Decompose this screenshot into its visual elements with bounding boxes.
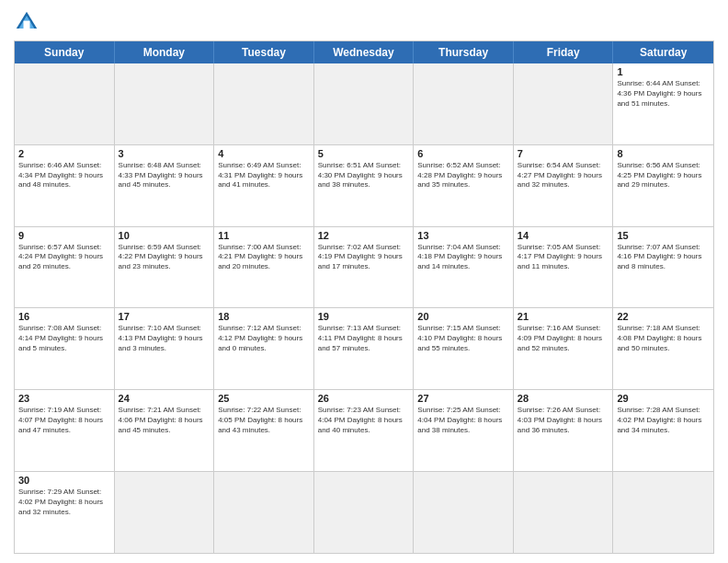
cal-cell: 8Sunrise: 6:56 AM Sunset: 4:25 PM Daylig… [613, 145, 713, 226]
day-number: 28 [518, 393, 609, 404]
cal-cell: 29Sunrise: 7:28 AM Sunset: 4:02 PM Dayli… [613, 390, 713, 471]
day-number: 6 [417, 148, 509, 159]
day-number: 24 [119, 393, 210, 404]
day-info: Sunrise: 7:15 AM Sunset: 4:10 PM Dayligh… [417, 324, 509, 353]
day-number: 7 [518, 148, 609, 159]
cal-cell: 4Sunrise: 6:49 AM Sunset: 4:31 PM Daylig… [214, 145, 314, 226]
cal-cell: 18Sunrise: 7:12 AM Sunset: 4:12 PM Dayli… [214, 308, 314, 389]
cal-week-4: 23Sunrise: 7:19 AM Sunset: 4:07 PM Dayli… [15, 390, 713, 472]
day-number: 11 [218, 230, 310, 241]
cal-cell: 19Sunrise: 7:13 AM Sunset: 4:11 PM Dayli… [314, 308, 415, 389]
day-info: Sunrise: 7:28 AM Sunset: 4:02 PM Dayligh… [617, 406, 710, 435]
cal-cell: 11Sunrise: 7:00 AM Sunset: 4:21 PM Dayli… [214, 227, 314, 308]
day-number: 16 [18, 311, 110, 322]
day-info: Sunrise: 7:25 AM Sunset: 4:04 PM Dayligh… [417, 406, 509, 435]
day-info: Sunrise: 7:07 AM Sunset: 4:16 PM Dayligh… [617, 243, 710, 272]
header [14, 9, 714, 35]
cal-cell: 22Sunrise: 7:18 AM Sunset: 4:08 PM Dayli… [613, 308, 713, 389]
cal-cell: 2Sunrise: 6:46 AM Sunset: 4:34 PM Daylig… [15, 145, 115, 226]
day-number: 21 [518, 311, 609, 322]
cal-week-3: 16Sunrise: 7:08 AM Sunset: 4:14 PM Dayli… [15, 308, 713, 390]
day-info: Sunrise: 7:26 AM Sunset: 4:03 PM Dayligh… [518, 406, 609, 435]
day-info: Sunrise: 7:00 AM Sunset: 4:21 PM Dayligh… [218, 243, 310, 272]
cal-cell [414, 472, 514, 553]
cal-cell: 5Sunrise: 6:51 AM Sunset: 4:30 PM Daylig… [314, 145, 415, 226]
day-number: 18 [218, 311, 310, 322]
cal-cell: 27Sunrise: 7:25 AM Sunset: 4:04 PM Dayli… [414, 390, 514, 471]
day-info: Sunrise: 6:49 AM Sunset: 4:31 PM Dayligh… [218, 161, 310, 190]
day-number: 13 [417, 230, 509, 241]
cal-cell: 16Sunrise: 7:08 AM Sunset: 4:14 PM Dayli… [15, 308, 115, 389]
cal-header-day-sunday: Sunday [15, 41, 115, 63]
day-info: Sunrise: 7:02 AM Sunset: 4:19 PM Dayligh… [318, 243, 410, 272]
cal-cell [613, 472, 713, 553]
cal-cell: 25Sunrise: 7:22 AM Sunset: 4:05 PM Dayli… [214, 390, 314, 471]
calendar-body: 1Sunrise: 6:44 AM Sunset: 4:36 PM Daylig… [15, 63, 713, 553]
cal-cell: 6Sunrise: 6:52 AM Sunset: 4:28 PM Daylig… [414, 145, 514, 226]
logo-icon [14, 9, 40, 35]
day-info: Sunrise: 6:59 AM Sunset: 4:22 PM Dayligh… [119, 243, 210, 272]
cal-cell: 1Sunrise: 6:44 AM Sunset: 4:36 PM Daylig… [613, 63, 713, 144]
day-info: Sunrise: 7:18 AM Sunset: 4:08 PM Dayligh… [617, 324, 710, 353]
cal-header-day-tuesday: Tuesday [214, 41, 314, 63]
day-info: Sunrise: 6:44 AM Sunset: 4:36 PM Dayligh… [617, 79, 710, 109]
day-info: Sunrise: 7:16 AM Sunset: 4:09 PM Dayligh… [518, 324, 609, 353]
cal-cell: 28Sunrise: 7:26 AM Sunset: 4:03 PM Dayli… [514, 390, 614, 471]
cal-cell [414, 63, 514, 144]
day-info: Sunrise: 6:52 AM Sunset: 4:28 PM Dayligh… [417, 161, 509, 190]
cal-header-day-saturday: Saturday [613, 41, 713, 63]
day-info: Sunrise: 7:21 AM Sunset: 4:06 PM Dayligh… [119, 406, 210, 435]
day-number: 14 [518, 230, 609, 241]
day-info: Sunrise: 6:48 AM Sunset: 4:33 PM Dayligh… [119, 161, 210, 190]
day-number: 1 [617, 66, 710, 77]
cal-week-1: 2Sunrise: 6:46 AM Sunset: 4:34 PM Daylig… [15, 145, 713, 227]
cal-header-day-friday: Friday [514, 41, 614, 63]
cal-week-2: 9Sunrise: 6:57 AM Sunset: 4:24 PM Daylig… [15, 227, 713, 309]
day-number: 12 [318, 230, 410, 241]
day-info: Sunrise: 6:51 AM Sunset: 4:30 PM Dayligh… [318, 161, 410, 190]
cal-cell [314, 472, 415, 553]
day-number: 3 [119, 148, 210, 159]
cal-cell: 20Sunrise: 7:15 AM Sunset: 4:10 PM Dayli… [414, 308, 514, 389]
cal-cell: 12Sunrise: 7:02 AM Sunset: 4:19 PM Dayli… [314, 227, 415, 308]
cal-cell [514, 63, 614, 144]
cal-week-5: 30Sunrise: 7:29 AM Sunset: 4:02 PM Dayli… [15, 472, 713, 553]
cal-cell: 17Sunrise: 7:10 AM Sunset: 4:13 PM Dayli… [115, 308, 215, 389]
cal-cell: 15Sunrise: 7:07 AM Sunset: 4:16 PM Dayli… [613, 227, 713, 308]
day-number: 10 [119, 230, 210, 241]
day-number: 5 [318, 148, 410, 159]
cal-cell: 26Sunrise: 7:23 AM Sunset: 4:04 PM Dayli… [314, 390, 415, 471]
page: SundayMondayTuesdayWednesdayThursdayFrid… [0, 0, 728, 563]
logo [14, 9, 43, 35]
calendar: SundayMondayTuesdayWednesdayThursdayFrid… [14, 40, 714, 554]
day-number: 9 [18, 230, 110, 241]
cal-cell [214, 63, 314, 144]
day-info: Sunrise: 7:13 AM Sunset: 4:11 PM Dayligh… [318, 324, 410, 353]
day-number: 20 [417, 311, 509, 322]
cal-cell [214, 472, 314, 553]
cal-cell: 24Sunrise: 7:21 AM Sunset: 4:06 PM Dayli… [115, 390, 215, 471]
cal-cell [514, 472, 614, 553]
day-number: 30 [18, 475, 110, 486]
day-number: 19 [318, 311, 410, 322]
day-number: 22 [617, 311, 710, 322]
cal-cell: 14Sunrise: 7:05 AM Sunset: 4:17 PM Dayli… [514, 227, 614, 308]
day-info: Sunrise: 6:56 AM Sunset: 4:25 PM Dayligh… [617, 161, 710, 190]
day-number: 2 [18, 148, 110, 159]
day-info: Sunrise: 7:19 AM Sunset: 4:07 PM Dayligh… [18, 406, 110, 435]
day-number: 15 [617, 230, 710, 241]
cal-header-day-thursday: Thursday [414, 41, 514, 63]
day-info: Sunrise: 7:29 AM Sunset: 4:02 PM Dayligh… [18, 488, 110, 517]
day-info: Sunrise: 7:12 AM Sunset: 4:12 PM Dayligh… [218, 324, 310, 353]
day-number: 27 [417, 393, 509, 404]
day-number: 8 [617, 148, 710, 159]
day-info: Sunrise: 6:57 AM Sunset: 4:24 PM Dayligh… [18, 243, 110, 272]
day-number: 25 [218, 393, 310, 404]
day-number: 26 [318, 393, 410, 404]
day-info: Sunrise: 6:54 AM Sunset: 4:27 PM Dayligh… [518, 161, 609, 190]
svg-rect-2 [24, 21, 30, 29]
day-info: Sunrise: 7:10 AM Sunset: 4:13 PM Dayligh… [119, 324, 210, 353]
cal-cell: 13Sunrise: 7:04 AM Sunset: 4:18 PM Dayli… [414, 227, 514, 308]
day-info: Sunrise: 6:46 AM Sunset: 4:34 PM Dayligh… [18, 161, 110, 190]
cal-cell: 21Sunrise: 7:16 AM Sunset: 4:09 PM Dayli… [514, 308, 614, 389]
